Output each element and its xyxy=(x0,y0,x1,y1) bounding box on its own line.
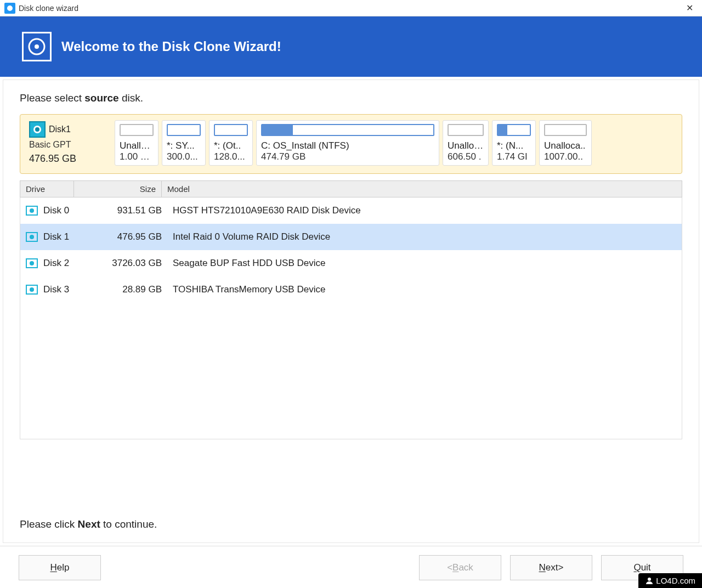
table-row[interactable]: Disk 0931.51 GBHGST HTS721010A9E630 RAID… xyxy=(20,197,682,224)
row-model: TOSHIBA TransMemory USB Device xyxy=(167,284,676,295)
watermark-text: LO4D.com xyxy=(656,576,695,585)
selected-disk-panel: Disk1 Basic GPT 476.95 GB Unalloc..1.00 … xyxy=(20,114,682,174)
table-row[interactable]: Disk 328.89 GBTOSHIBA TransMemory USB De… xyxy=(20,276,682,303)
titlebar: Disk clone wizard ✕ xyxy=(0,0,702,16)
partition-bar xyxy=(497,124,531,136)
back-button: <Back xyxy=(419,555,501,580)
partition-label: Unalloc.. xyxy=(120,140,154,151)
partition-bar xyxy=(261,124,434,136)
row-size: 28.89 GB xyxy=(80,284,167,295)
next-button[interactable]: Next> xyxy=(510,555,592,580)
prompt-post: disk. xyxy=(119,92,143,104)
partition-list: Unalloc..1.00 MB*: SY...300.0...*: (Ot..… xyxy=(115,120,676,166)
partition-bar xyxy=(167,124,201,136)
partition-item[interactable]: *: (Ot..128.0... xyxy=(209,120,253,166)
row-size: 3726.03 GB xyxy=(80,258,167,269)
window-title: Disk clone wizard xyxy=(19,4,78,13)
row-model: Intel Raid 0 Volume RAID Disk Device xyxy=(167,231,676,242)
partition-size: 128.0... xyxy=(214,151,248,162)
partition-bar xyxy=(120,124,154,136)
header-size[interactable]: Size xyxy=(74,181,162,197)
disk-icon xyxy=(26,285,38,295)
help-button[interactable]: Help xyxy=(19,555,101,580)
disk-icon xyxy=(26,206,38,216)
prompt-bold: source xyxy=(84,92,118,104)
header-drive[interactable]: Drive xyxy=(20,181,74,197)
row-model: Seagate BUP Fast HDD USB Device xyxy=(167,258,676,269)
partition-bar xyxy=(214,124,248,136)
table-row[interactable]: Disk 23726.03 GBSeagate BUP Fast HDD USB… xyxy=(20,250,682,276)
partition-bar xyxy=(544,124,587,136)
hint-pre: Please click xyxy=(20,518,78,530)
header-model[interactable]: Model xyxy=(162,181,682,197)
disk-type: Basic GPT xyxy=(29,140,110,150)
svg-point-2 xyxy=(648,578,651,581)
partition-size: 1.00 MB xyxy=(120,151,154,162)
footer: Help <Back Next> Quit xyxy=(0,546,702,588)
disk-info: Disk1 Basic GPT 476.95 GB xyxy=(26,120,112,166)
table-row[interactable]: Disk 1476.95 GBIntel Raid 0 Volume RAID … xyxy=(20,224,682,250)
hint-bold: Next xyxy=(78,518,100,530)
partition-size: 606.50 . xyxy=(448,151,484,162)
disk-icon xyxy=(29,121,46,138)
disk-name: Disk1 xyxy=(49,125,71,134)
app-icon xyxy=(4,3,15,14)
partition-item[interactable]: Unalloc..606.50 . xyxy=(443,120,489,166)
row-drive: Disk 1 xyxy=(43,231,80,242)
row-size: 931.51 GB xyxy=(80,205,167,216)
disk-icon xyxy=(26,258,38,268)
partition-label: *: (N... xyxy=(497,140,531,151)
row-model: HGST HTS721010A9E630 RAID Disk Device xyxy=(167,205,676,216)
disk-icon xyxy=(26,232,38,242)
banner-heading: Welcome to the Disk Clone Wizard! xyxy=(61,39,281,54)
close-icon[interactable]: ✕ xyxy=(682,2,698,14)
wizard-banner: Welcome to the Disk Clone Wizard! xyxy=(0,16,702,77)
disk-size: 476.95 GB xyxy=(29,153,110,165)
next-hint: Please click Next to continue. xyxy=(20,518,157,530)
partition-label: *: SY... xyxy=(167,140,201,151)
partition-label: *: (Ot.. xyxy=(214,140,248,151)
partition-size: 1.74 GI xyxy=(497,151,531,162)
partition-item[interactable]: Unalloca..1007.00.. xyxy=(539,120,592,166)
partition-size: 300.0... xyxy=(167,151,201,162)
row-size: 476.95 GB xyxy=(80,231,167,242)
partition-bar xyxy=(448,124,484,136)
partition-size: 474.79 GB xyxy=(261,151,434,162)
hint-post: to continue. xyxy=(100,518,157,530)
disk-table[interactable]: Disk 0931.51 GBHGST HTS721010A9E630 RAID… xyxy=(20,197,682,439)
disc-icon xyxy=(22,32,52,61)
row-drive: Disk 2 xyxy=(43,258,80,269)
partition-item[interactable]: *: (N...1.74 GI xyxy=(492,120,536,166)
partition-label: Unalloca.. xyxy=(544,140,587,151)
partition-item[interactable]: Unalloc..1.00 MB xyxy=(115,120,158,166)
row-drive: Disk 0 xyxy=(43,205,80,216)
partition-size: 1007.00.. xyxy=(544,151,587,162)
row-drive: Disk 3 xyxy=(43,284,80,295)
partition-item[interactable]: C: OS_Install (NTFS)474.79 GB xyxy=(256,120,439,166)
watermark: LO4D.com xyxy=(638,573,702,588)
partition-label: Unalloc.. xyxy=(448,140,484,151)
prompt-pre: Please select xyxy=(20,92,84,104)
table-header: Drive Size Model xyxy=(20,180,682,197)
select-prompt: Please select source disk. xyxy=(20,92,682,104)
content-area: Please select source disk. Disk1 Basic G… xyxy=(3,80,699,543)
partition-label: C: OS_Install (NTFS) xyxy=(261,140,434,151)
svg-point-1 xyxy=(35,44,39,49)
partition-item[interactable]: *: SY...300.0... xyxy=(162,120,206,166)
